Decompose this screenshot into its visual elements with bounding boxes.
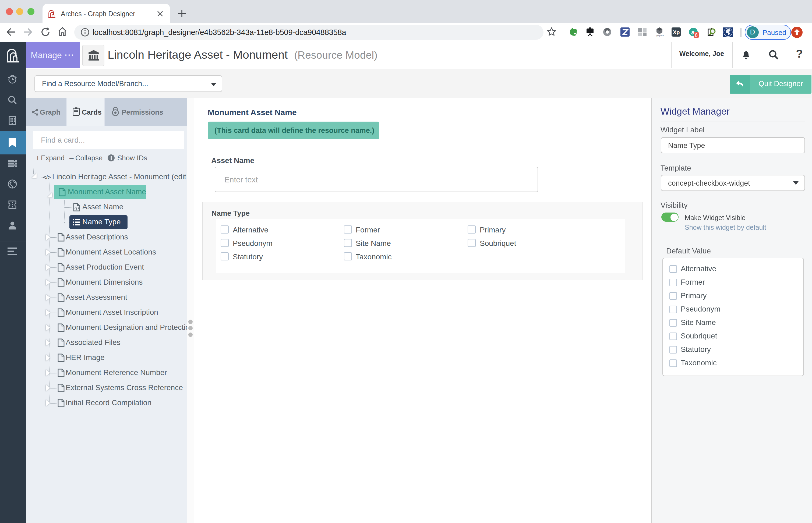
svg-text:geojson.io: geojson.io (656, 34, 664, 37)
svg-text:8: 8 (695, 33, 698, 38)
svg-text:Xp: Xp (673, 29, 680, 35)
